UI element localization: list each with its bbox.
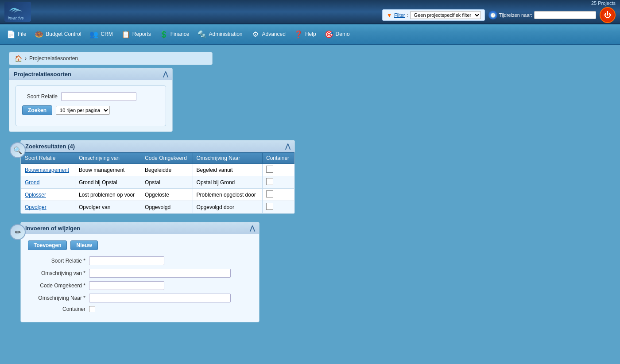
row3-omschrijving-van: Lost problemen op voor — [75, 189, 141, 201]
invoer-container-checkbox[interactable] — [89, 306, 95, 312]
invoer-collapse-btn[interactable]: ⋀ — [250, 225, 255, 232]
power-button[interactable]: ⏻ — [600, 7, 616, 23]
invoer-buttons: Toevoegen Nieuw — [28, 240, 252, 250]
invoer-code-omgekeerd-row: Code Omgekeerd * — [28, 281, 252, 290]
row1-soort-relatie: Bouwmanagement — [21, 164, 75, 176]
travel-input[interactable] — [534, 11, 596, 19]
nav-item-finance[interactable]: 💲 Finance — [155, 27, 193, 41]
row1-container-checkbox[interactable] — [266, 166, 273, 173]
results-collapse-btn[interactable]: ⋀ — [285, 143, 290, 150]
invoer-icon-circle: ✏ — [10, 224, 26, 240]
nav-item-crm[interactable]: 👥 CRM — [85, 27, 116, 41]
search-actions-row: Zoeken 10 rijen per pagina 25 rijen per … — [22, 105, 159, 115]
row3-soort-relatie: Oplosser — [21, 189, 75, 201]
content-area: 🏠 › Projectrelatiesoorten Projectrelatie… — [0, 45, 620, 333]
breadcrumb-page: Projectrelatiesoorten — [29, 55, 78, 62]
table-row: Opvolger Opvolger van Opgevolgd Opgevolg… — [21, 201, 294, 213]
results-title: Zoekresultaten (4) — [25, 143, 75, 150]
top-bar: invantive 25 Projects ▼ Filter : Geen pr… — [0, 0, 620, 24]
table-row: Grond Grond bij Opstal Opstal Opstal bij… — [21, 176, 294, 189]
row3-code-omgekeerd: Opgeloste — [141, 189, 193, 201]
col-code-omgekeerd: Code Omgekeerd — [141, 153, 193, 164]
results-table-container: Soort Relatie Omschrijving van Code Omge… — [21, 152, 294, 213]
row2-soort-link[interactable]: Grond — [25, 179, 39, 186]
row4-soort-link[interactable]: Opvolger — [25, 204, 46, 210]
row4-omschrijving-van: Opvolger van — [75, 201, 141, 213]
soort-relatie-input[interactable] — [61, 92, 136, 101]
nieuw-button[interactable]: Nieuw — [70, 240, 97, 250]
soort-relatie-label: Soort Relatie — [22, 93, 58, 100]
demo-icon: 🎯 — [324, 29, 334, 39]
filter-select[interactable]: Geen projectspecifiek filter — [410, 11, 481, 19]
logo-area: invantive — [4, 2, 31, 22]
invoer-soort-relatie-row: Soort Relatie * — [28, 256, 252, 265]
row1-soort-link[interactable]: Bouwmanagement — [25, 167, 69, 173]
row4-container — [263, 201, 294, 213]
home-icon[interactable]: 🏠 — [15, 55, 22, 62]
nav-label-budget: Budget Control — [46, 31, 81, 37]
row4-container-checkbox[interactable] — [266, 203, 273, 210]
row3-omschrijving-naar: Problemen opgelost door — [193, 189, 262, 201]
table-row: Bouwmanagement Bouw management Begeleidd… — [21, 164, 294, 176]
nav-label-demo: Demo — [336, 31, 350, 37]
invoer-omschrijving-van-input[interactable] — [89, 269, 231, 278]
nav-bar: 📄 File 🍩 Budget Control 👥 CRM 📋 Reports … — [0, 24, 620, 45]
row3-container — [263, 189, 294, 201]
invoer-section-header: Invoeren of wijzigen ⋀ — [21, 222, 259, 234]
results-panel: Zoekresultaten (4) ⋀ Soort Relatie Omsch… — [20, 140, 295, 214]
row1-omschrijving-van: Bouw management — [75, 164, 141, 176]
zoeken-button[interactable]: Zoeken — [22, 105, 52, 115]
row3-soort-link[interactable]: Oplosser — [25, 192, 46, 198]
breadcrumb: 🏠 › Projectrelatiesoorten — [9, 52, 213, 65]
search-section-header: Projectrelatiesoorten ⋀ — [9, 68, 172, 80]
soort-relatie-row: Soort Relatie — [22, 92, 159, 101]
nav-item-administration[interactable]: 🔩 Administration — [194, 27, 246, 41]
nav-item-demo[interactable]: 🎯 Demo — [321, 27, 353, 41]
row4-code-omgekeerd: Opgevolgd — [141, 201, 193, 213]
budget-icon: 🍩 — [34, 29, 44, 39]
nav-item-budget[interactable]: 🍩 Budget Control — [31, 27, 85, 41]
rows-per-page-select[interactable]: 10 rijen per pagina 25 rijen per pagina … — [56, 106, 110, 115]
breadcrumb-separator: › — [25, 55, 27, 62]
row2-container — [263, 176, 294, 189]
invoer-soort-relatie-input[interactable] — [89, 256, 164, 265]
invoer-omschrijving-naar-input[interactable] — [89, 294, 231, 302]
invoer-code-omgekeerd-label: Code Omgekeerd * — [28, 283, 85, 289]
nav-label-crm: CRM — [101, 31, 112, 37]
col-container: Container — [263, 153, 294, 164]
filter-icon: ▼ — [386, 12, 392, 19]
row1-container — [263, 164, 294, 176]
row1-code-omgekeerd: Begeleidde — [141, 164, 193, 176]
invoer-code-omgekeerd-input[interactable] — [89, 281, 164, 290]
reports-icon: 📋 — [121, 29, 131, 39]
nav-label-help: Help — [305, 31, 316, 37]
invoer-omschrijving-naar-row: Omschrijving Naar * — [28, 294, 252, 302]
row1-omschrijving-naar: Begeleid vanuit — [193, 164, 262, 176]
row4-soort-relatie: Opvolger — [21, 201, 75, 213]
search-collapse-btn[interactable]: ⋀ — [163, 70, 168, 77]
advanced-icon: ⚙ — [251, 29, 260, 39]
row2-container-checkbox[interactable] — [266, 178, 273, 185]
nav-item-advanced[interactable]: ⚙ Advanced — [247, 27, 289, 41]
filter-bar: ▼ Filter : Geen projectspecifiek filter — [382, 9, 484, 21]
nav-item-file[interactable]: 📄 File — [3, 27, 30, 41]
invoer-container-row: Container — [28, 306, 252, 312]
filter-colon: : — [407, 12, 408, 18]
travel-label: Tijdreizen naar: — [499, 12, 532, 18]
administration-icon: 🔩 — [197, 29, 207, 39]
nav-item-reports[interactable]: 📋 Reports — [117, 27, 155, 41]
invoer-section-title: Invoeren of wijzigen — [25, 225, 80, 232]
invoer-omschrijving-van-row: Omschrijving van * — [28, 269, 252, 278]
toevoegen-button[interactable]: Toevoegen — [28, 240, 67, 250]
results-icon-circle: 🔍 — [10, 142, 26, 158]
invoer-panel: Invoeren of wijzigen ⋀ Toevoegen Nieuw S… — [20, 222, 260, 322]
filter-link[interactable]: Filter — [394, 12, 405, 18]
invoer-soort-relatie-label: Soort Relatie * — [28, 258, 85, 264]
svg-text:invantive: invantive — [8, 16, 24, 20]
crm-icon: 👥 — [89, 29, 99, 39]
search-panel: Projectrelatiesoorten ⋀ Soort Relatie Zo… — [9, 68, 173, 132]
file-icon: 📄 — [6, 29, 16, 39]
row3-container-checkbox[interactable] — [266, 190, 273, 197]
results-header: Zoekresultaten (4) ⋀ — [21, 140, 294, 152]
nav-item-help[interactable]: ❓ Help — [290, 27, 320, 41]
